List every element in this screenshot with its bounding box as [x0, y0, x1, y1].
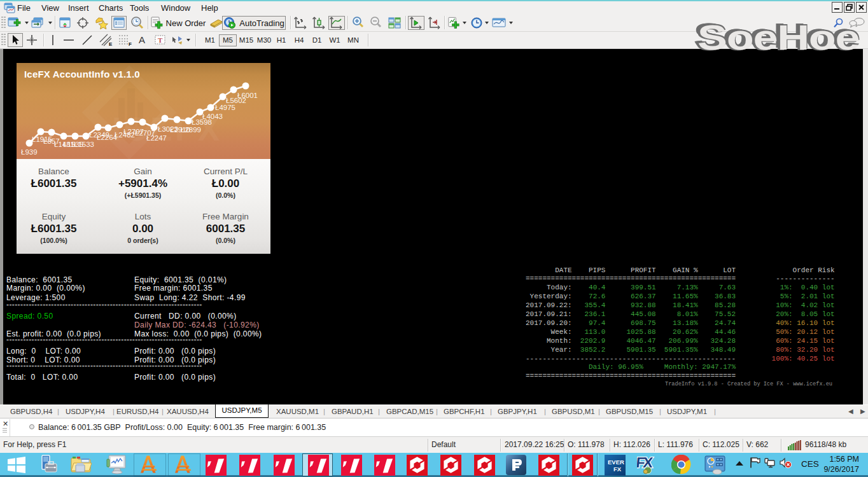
- svg-text:Ł4043: Ł4043: [202, 113, 223, 120]
- svg-text:A: A: [139, 34, 145, 45]
- svg-text:EVER: EVER: [608, 459, 624, 466]
- svg-text:Ł939: Ł939: [21, 148, 38, 156]
- svg-text:Ł4975: Ł4975: [215, 104, 235, 111]
- svg-text:Ł2247: Ł2247: [146, 134, 167, 142]
- svg-text:F: F: [129, 41, 132, 47]
- svg-text:FX: FX: [613, 466, 622, 473]
- svg-text:T: T: [158, 36, 163, 44]
- svg-text:Ł6001: Ł6001: [237, 92, 258, 99]
- svg-text:Ł2899: Ł2899: [181, 126, 201, 134]
- svg-text:Ł1533: Ł1533: [74, 141, 94, 148]
- svg-text:E: E: [109, 41, 113, 47]
